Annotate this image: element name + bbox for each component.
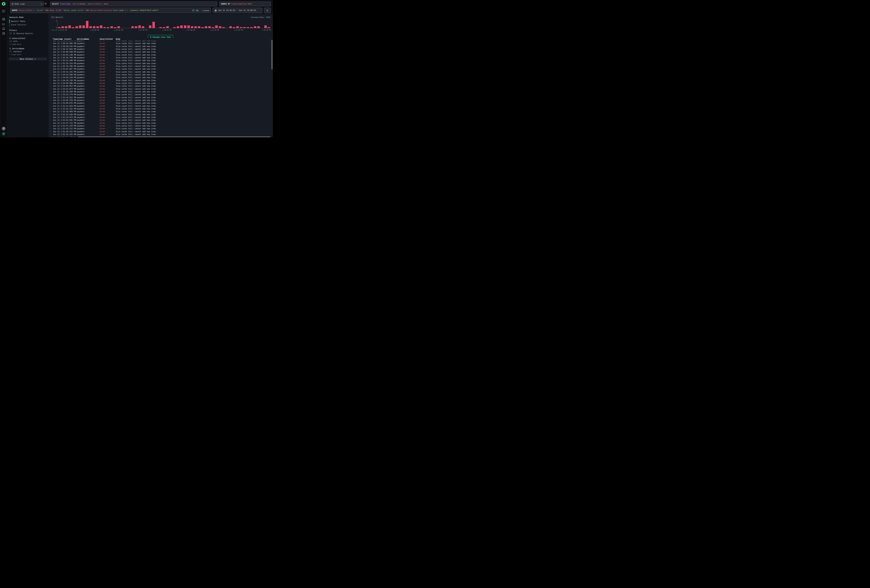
histogram-bar[interactable] <box>96 26 99 28</box>
log-row[interactable]: ›Jun 11 1:53:10.922 PMpaymenterrorVisa c… <box>48 96 272 99</box>
histogram-bar[interactable] <box>82 25 85 28</box>
log-row[interactable]: ›Jun 11 1:54:52.241 PMpaymenterrorVisa c… <box>48 71 272 73</box>
column-drag-handle-icon[interactable]: ⋮⋮ <box>75 38 77 42</box>
mode-event-patterns[interactable]: Event Patterns <box>11 24 27 26</box>
row-expand-chevron-icon[interactable]: › <box>50 76 51 79</box>
histogram-bar[interactable] <box>118 26 120 28</box>
dashboards-icon[interactable] <box>3 32 5 34</box>
log-row[interactable]: ›Jun 11 1:53:41.873 PMpaymenterrorVisa c… <box>48 88 272 91</box>
log-row[interactable]: ›Jun 11 1:53:00.676 PMpaymenterrorVisa c… <box>48 102 272 104</box>
row-expand-chevron-icon[interactable]: › <box>50 113 51 116</box>
histogram-bar[interactable] <box>100 25 102 28</box>
log-row[interactable]: ›Jun 11 1:52:51.824 PMpaymenterrorVisa c… <box>48 105 272 107</box>
histogram-bar[interactable] <box>152 22 155 28</box>
log-row[interactable]: ›Jun 11 1:54:40.218 PMpaymenterrorVisa c… <box>48 76 272 79</box>
results-histogram[interactable] <box>58 20 271 28</box>
row-expand-chevron-icon[interactable]: › <box>50 85 51 87</box>
row-expand-chevron-icon[interactable]: › <box>50 62 51 64</box>
filter-option-checkout[interactable]: checkout <box>10 51 22 52</box>
log-row[interactable]: ›Jun 11 1:55:16.296 PMpaymenterrorVisa c… <box>48 65 272 68</box>
log-row[interactable]: ›Jun 11 1:52:19.473 PMpaymenterrorVisa c… <box>48 116 272 119</box>
histogram-bar[interactable] <box>194 26 197 28</box>
histogram-bar[interactable] <box>188 25 190 28</box>
row-expand-chevron-icon[interactable]: › <box>50 102 51 104</box>
histogram-bar[interactable] <box>61 26 64 28</box>
col-servicename[interactable]: ServiceName <box>77 38 89 40</box>
log-row[interactable]: ›Jun 11 1:55:59.760 PMpaymenterrorVisa c… <box>48 57 272 59</box>
info-checkbox[interactable] <box>10 40 12 42</box>
log-row[interactable]: ›Jun 11 1:55:07.827 PMpaymenterrorVisa c… <box>48 68 272 70</box>
user-avatar[interactable]: U <box>2 132 6 136</box>
histogram-bar[interactable] <box>229 26 232 28</box>
row-expand-chevron-icon[interactable]: › <box>50 48 51 50</box>
run-query-button[interactable] <box>264 7 271 13</box>
row-expand-chevron-icon[interactable]: › <box>50 133 51 135</box>
search-icon[interactable] <box>9 37 11 39</box>
row-expand-chevron-icon[interactable]: › <box>50 45 51 47</box>
column-drag-handle-icon[interactable]: ⋮⋮ <box>98 38 100 42</box>
row-expand-chevron-icon[interactable]: › <box>50 96 51 98</box>
help-button[interactable]: ? <box>2 127 6 131</box>
row-expand-chevron-icon[interactable]: › <box>50 99 51 101</box>
histogram-bar[interactable] <box>177 26 179 28</box>
row-expand-chevron-icon[interactable]: › <box>50 91 51 93</box>
histogram-bar[interactable] <box>236 26 239 28</box>
select-query-input[interactable]: SELECT Timestamp, ServiceName, SeverityT… <box>50 1 217 6</box>
sql-toggle[interactable]: SQL <box>196 9 199 12</box>
histogram-bar[interactable] <box>215 25 218 28</box>
histogram-bar[interactable] <box>257 26 260 28</box>
histogram-bar[interactable] <box>142 26 144 28</box>
histogram-bar[interactable] <box>93 26 95 28</box>
histogram-bar[interactable] <box>184 25 186 28</box>
log-row[interactable]: ›Jun 11 1:53:05.578 PMpaymenterrorVisa c… <box>48 99 272 102</box>
histogram-bar[interactable] <box>180 25 183 28</box>
log-row[interactable]: ›Jun 11 1:53:26.250 PMpaymenterrorVisa c… <box>48 91 272 93</box>
checkout-checkbox[interactable] <box>10 51 12 52</box>
row-expand-chevron-icon[interactable]: › <box>50 107 51 110</box>
histogram-bar[interactable] <box>139 25 141 28</box>
row-expand-chevron-icon[interactable]: › <box>50 105 51 107</box>
histogram-bar[interactable] <box>198 26 200 28</box>
histogram-bar[interactable] <box>208 26 211 28</box>
col-body[interactable]: Body <box>116 38 120 40</box>
line-chart-icon[interactable] <box>2 23 5 25</box>
log-row[interactable]: ›Jun 11 1:56:32.843 PMpaymenterrorVisa c… <box>48 48 272 51</box>
language-toggle[interactable]: / SQL | Lucene <box>192 9 209 12</box>
row-expand-chevron-icon[interactable]: › <box>50 71 51 73</box>
row-expand-chevron-icon[interactable]: › <box>50 93 51 95</box>
histogram-bar[interactable] <box>191 26 193 28</box>
log-row[interactable]: ›Jun 11 1:52:02.581 PMpaymenterrorVisa c… <box>48 119 272 122</box>
histogram-bar[interactable] <box>264 25 267 28</box>
histogram-bar[interactable] <box>166 26 169 28</box>
col-severitytext[interactable]: SeverityText <box>100 38 113 40</box>
log-row[interactable]: ›Jun 11 1:51:39.115 PMpaymenterrorVisa c… <box>48 130 272 133</box>
log-row[interactable]: ›Jun 11 1:56:08.948 PMpaymenterrorVisa c… <box>48 51 272 54</box>
log-row[interactable]: ›Jun 11 1:51:57.712 PMpaymenterrorVisa c… <box>48 122 272 125</box>
row-expand-chevron-icon[interactable]: › <box>50 59 51 61</box>
histogram-bar[interactable] <box>86 21 88 28</box>
row-expand-chevron-icon[interactable]: › <box>50 54 51 56</box>
denoise-checkbox[interactable] <box>10 32 12 34</box>
table-options-icon[interactable]: ⋮⋮ <box>270 38 271 42</box>
log-row[interactable]: ›Jun 11 1:54:26.230 PMpaymenterrorVisa c… <box>48 79 272 82</box>
servicename-load-more[interactable]: Load more <box>9 54 21 55</box>
log-row[interactable]: ›Jun 11 1:56:03.248 PMpaymenterrorVisa c… <box>48 54 272 57</box>
log-row[interactable]: ›Jun 11 1:51:31.415 PMpaymenterrorVisa c… <box>48 133 272 136</box>
row-expand-chevron-icon[interactable]: › <box>50 82 51 84</box>
order-by-input[interactable]: ORDER BY TimestampTime DESC <box>219 1 271 6</box>
log-row[interactable]: ›Jun 11 1:52:25.630 PMpaymenterrorVisa c… <box>48 113 272 116</box>
vertical-scrollbar-thumb[interactable] <box>272 40 272 69</box>
histogram-bar[interactable] <box>135 26 137 28</box>
histogram-bar[interactable] <box>131 26 134 28</box>
log-row[interactable]: ›Jun 11 1:52:30.469 PMpaymenterrorVisa c… <box>48 110 272 113</box>
data-source-select[interactable]: Demo Logs <box>10 1 44 6</box>
log-row[interactable]: ›Jun 11 1:51:47.229 PMpaymenterrorVisa c… <box>48 125 272 127</box>
laptop-icon[interactable] <box>2 27 5 30</box>
row-expand-chevron-icon[interactable]: › <box>50 116 51 118</box>
row-expand-chevron-icon[interactable]: › <box>50 51 51 53</box>
log-row[interactable]: ›Jun 11 1:51:43.121 PMpaymenterrorVisa c… <box>48 127 272 130</box>
histogram-bar[interactable] <box>219 26 221 28</box>
denoise-results-row[interactable]: Denoise Results <box>10 32 33 34</box>
horizontal-scrollbar-thumb[interactable] <box>78 137 270 137</box>
row-expand-chevron-icon[interactable]: › <box>50 88 51 90</box>
